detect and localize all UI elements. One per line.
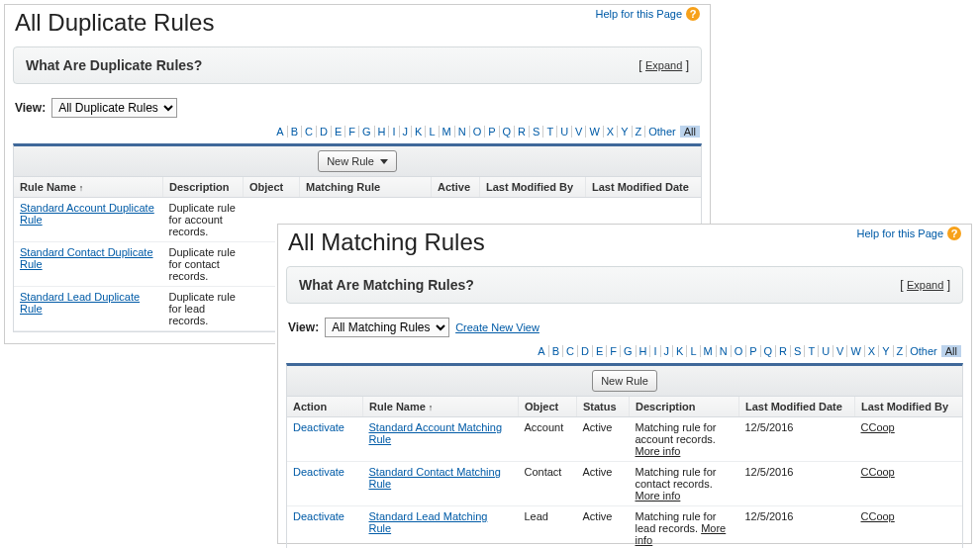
col-object[interactable]: Object (244, 177, 300, 198)
col-action[interactable]: Action (287, 397, 363, 417)
new-rule-button[interactable]: New Rule (592, 370, 657, 392)
last-mod-by-link[interactable]: CCoop (861, 466, 895, 478)
alpha-letter-b[interactable]: B (549, 345, 563, 357)
alpha-letter-s[interactable]: S (791, 345, 805, 357)
deactivate-link[interactable]: Deactivate (293, 510, 344, 522)
alpha-letter-y[interactable]: Y (879, 345, 893, 357)
alpha-letter-k[interactable]: K (673, 345, 687, 357)
alpha-letter-a[interactable]: A (535, 345, 548, 357)
create-new-view-link[interactable]: Create New View (455, 321, 539, 333)
col-rule-name[interactable]: Rule Name↑ (363, 397, 519, 417)
alpha-letter-l[interactable]: L (687, 345, 700, 357)
alpha-letter-q[interactable]: Q (761, 345, 777, 357)
alpha-all[interactable]: All (941, 345, 961, 357)
col-last-mod-by[interactable]: Last Modified By (480, 177, 586, 198)
alpha-letter-a[interactable]: A (273, 126, 287, 137)
deactivate-link[interactable]: Deactivate (293, 466, 344, 478)
alpha-letter-c[interactable]: C (563, 345, 578, 357)
alpha-letter-n[interactable]: N (717, 345, 732, 357)
cell-object: Account (519, 417, 577, 462)
last-mod-by-link[interactable]: CCoop (861, 510, 895, 522)
alpha-letter-n[interactable]: N (455, 126, 470, 137)
alpha-letter-w[interactable]: W (847, 345, 864, 357)
alpha-letter-h[interactable]: H (375, 126, 390, 137)
alpha-letter-c[interactable]: C (302, 126, 317, 137)
new-rule-button[interactable]: New Rule (318, 150, 397, 172)
list-toolbar: New Rule (14, 146, 701, 177)
alpha-letter-l[interactable]: L (426, 126, 439, 137)
alpha-letter-d[interactable]: D (578, 345, 593, 357)
alpha-letter-g[interactable]: G (359, 126, 375, 137)
last-mod-by-link[interactable]: CCoop (861, 421, 895, 433)
alpha-letter-j[interactable]: J (661, 345, 674, 357)
rule-name-link[interactable]: Standard Lead Duplicate Rule (20, 291, 140, 315)
col-matching-rule[interactable]: Matching Rule (300, 177, 432, 198)
alpha-letter-m[interactable]: M (701, 345, 717, 357)
alpha-letter-z[interactable]: Z (894, 345, 908, 357)
alpha-letter-f[interactable]: F (607, 345, 621, 357)
alpha-letter-g[interactable]: G (621, 345, 637, 357)
alpha-letter-s[interactable]: S (530, 126, 543, 137)
alpha-letter-h[interactable]: H (637, 345, 651, 357)
alpha-letter-e[interactable]: E (593, 345, 607, 357)
deactivate-link[interactable]: Deactivate (293, 421, 344, 433)
alpha-letter-q[interactable]: Q (500, 126, 516, 137)
help-link[interactable]: Help for this Page ? (596, 7, 700, 21)
alpha-letter-p[interactable]: P (485, 126, 499, 137)
rule-name-link[interactable]: Standard Contact Duplicate Rule (20, 246, 153, 270)
alpha-letter-o[interactable]: O (732, 345, 747, 357)
col-last-mod-by[interactable]: Last Modified By (855, 397, 963, 417)
help-label: Help for this Page (596, 8, 682, 20)
alpha-letter-m[interactable]: M (440, 126, 455, 137)
rule-name-link[interactable]: Standard Contact Matching Rule (369, 466, 501, 490)
col-last-mod-date[interactable]: Last Modified Date (739, 397, 855, 417)
view-select[interactable]: All Matching Rules (325, 318, 449, 337)
alpha-letter-r[interactable]: R (515, 126, 530, 137)
alpha-other[interactable]: Other (907, 345, 940, 357)
alpha-letter-d[interactable]: D (317, 126, 332, 137)
alpha-letter-i[interactable]: I (389, 126, 399, 137)
expand-link[interactable]: Expand (907, 279, 943, 291)
alpha-letter-t[interactable]: T (543, 126, 557, 137)
alpha-letter-k[interactable]: K (412, 126, 426, 137)
alpha-letter-r[interactable]: R (776, 345, 791, 357)
more-info-link[interactable]: More info (636, 522, 727, 546)
alpha-letter-v[interactable]: V (572, 126, 586, 137)
col-description[interactable]: Description (163, 177, 244, 198)
alpha-letter-e[interactable]: E (332, 126, 345, 137)
alpha-letter-u[interactable]: U (557, 126, 572, 137)
alpha-letter-t[interactable]: T (805, 345, 819, 357)
alpha-letter-o[interactable]: O (470, 126, 486, 137)
col-last-mod-date[interactable]: Last Modified Date (586, 177, 702, 198)
table-row: DeactivateStandard Lead Matching RuleLea… (287, 506, 962, 549)
expand-link[interactable]: Expand (645, 59, 682, 71)
alpha-letter-x[interactable]: X (604, 126, 618, 137)
col-rule-name[interactable]: Rule Name↑ (14, 177, 163, 198)
alpha-letter-x[interactable]: X (865, 345, 879, 357)
rule-name-link[interactable]: Standard Lead Matching Rule (369, 510, 488, 534)
cell-description: Duplicate rule for lead records. (163, 287, 244, 331)
col-status[interactable]: Status (577, 397, 630, 417)
alpha-letter-y[interactable]: Y (618, 126, 632, 137)
more-info-link[interactable]: More info (636, 490, 681, 502)
table-row: DeactivateStandard Contact Matching Rule… (287, 462, 962, 506)
alpha-letter-u[interactable]: U (819, 345, 833, 357)
more-info-link[interactable]: More info (636, 445, 681, 457)
alpha-letter-z[interactable]: Z (633, 126, 646, 137)
help-link[interactable]: Help for this Page ? (857, 227, 961, 240)
alpha-letter-i[interactable]: I (650, 345, 660, 357)
col-object[interactable]: Object (519, 397, 577, 417)
alpha-letter-v[interactable]: V (833, 345, 847, 357)
alpha-letter-f[interactable]: F (345, 126, 359, 137)
rule-name-link[interactable]: Standard Account Matching Rule (369, 421, 503, 445)
alpha-all[interactable]: All (680, 126, 700, 137)
alpha-letter-p[interactable]: P (746, 345, 760, 357)
alpha-other[interactable]: Other (645, 126, 679, 137)
view-select[interactable]: All Duplicate Rules (51, 98, 177, 118)
col-active[interactable]: Active (432, 177, 480, 198)
alpha-letter-w[interactable]: W (586, 126, 603, 137)
rule-name-link[interactable]: Standard Account Duplicate Rule (20, 202, 154, 226)
alpha-letter-j[interactable]: J (400, 126, 413, 137)
alpha-letter-b[interactable]: B (288, 126, 302, 137)
col-description[interactable]: Description (630, 397, 739, 417)
